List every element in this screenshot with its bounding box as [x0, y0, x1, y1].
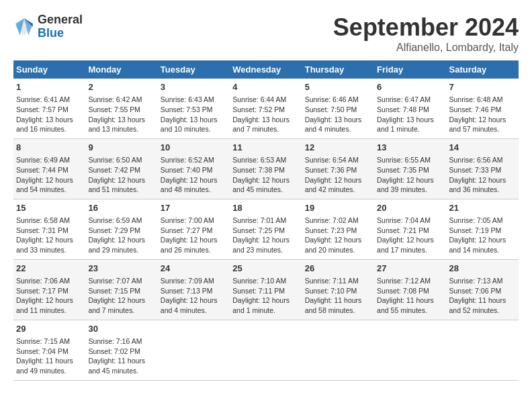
- day-number: 16: [88, 202, 154, 214]
- day-info: Sunrise: 6:56 AMSunset: 7:33 PMDaylight:…: [449, 155, 516, 195]
- calendar-cell: 18Sunrise: 7:01 AMSunset: 7:25 PMDayligh…: [230, 199, 302, 259]
- calendar-cell: 20Sunrise: 7:04 AMSunset: 7:21 PMDayligh…: [374, 199, 446, 259]
- location: Alfianello, Lombardy, Italy: [333, 42, 519, 54]
- calendar-cell: 6Sunrise: 6:47 AMSunset: 7:48 PMDaylight…: [374, 79, 446, 138]
- day-number: 14: [449, 142, 516, 154]
- week-row: 8Sunrise: 6:49 AMSunset: 7:44 PMDaylight…: [13, 138, 519, 199]
- day-info: Sunrise: 6:53 AMSunset: 7:38 PMDaylight:…: [232, 155, 299, 195]
- day-number: 26: [305, 263, 371, 275]
- calendar-cell: 11Sunrise: 6:53 AMSunset: 7:38 PMDayligh…: [230, 138, 302, 199]
- day-info: Sunrise: 7:02 AMSunset: 7:23 PMDaylight:…: [305, 216, 371, 255]
- day-info: Sunrise: 6:47 AMSunset: 7:48 PMDaylight:…: [377, 95, 443, 134]
- title-area: September 2024 Alfianello, Lombardy, Ita…: [333, 13, 519, 54]
- calendar-cell: 17Sunrise: 7:00 AMSunset: 7:27 PMDayligh…: [158, 199, 230, 259]
- calendar-cell: 9Sunrise: 6:50 AMSunset: 7:42 PMDaylight…: [85, 138, 157, 199]
- logo: General Blue: [13, 13, 83, 40]
- day-info: Sunrise: 7:05 AMSunset: 7:19 PMDaylight:…: [449, 216, 516, 255]
- day-info: Sunrise: 7:04 AMSunset: 7:21 PMDaylight:…: [377, 216, 443, 255]
- day-info: Sunrise: 7:09 AMSunset: 7:13 PMDaylight:…: [161, 276, 227, 316]
- calendar-cell: 22Sunrise: 7:06 AMSunset: 7:17 PMDayligh…: [13, 259, 85, 320]
- calendar-cell: [230, 320, 302, 380]
- calendar-cell: 10Sunrise: 6:52 AMSunset: 7:40 PMDayligh…: [158, 138, 230, 199]
- day-number: 7: [449, 81, 516, 93]
- day-number: 22: [16, 263, 83, 275]
- calendar-cell: [447, 320, 519, 380]
- calendar-cell: 16Sunrise: 6:59 AMSunset: 7:29 PMDayligh…: [85, 199, 157, 259]
- calendar-cell: 25Sunrise: 7:10 AMSunset: 7:11 PMDayligh…: [230, 259, 302, 320]
- day-number: 23: [88, 263, 154, 275]
- column-header-saturday: Saturday: [447, 60, 519, 79]
- logo-blue-text: Blue: [38, 27, 83, 40]
- day-info: Sunrise: 7:07 AMSunset: 7:15 PMDaylight:…: [88, 276, 154, 316]
- day-number: 1: [16, 81, 83, 93]
- column-header-wednesday: Wednesday: [230, 60, 302, 79]
- calendar-cell: 13Sunrise: 6:55 AMSunset: 7:35 PMDayligh…: [374, 138, 446, 199]
- day-number: 24: [161, 263, 227, 275]
- day-info: Sunrise: 7:10 AMSunset: 7:11 PMDaylight:…: [232, 276, 299, 316]
- day-number: 17: [161, 202, 227, 214]
- header-row: SundayMondayTuesdayWednesdayThursdayFrid…: [13, 60, 519, 79]
- calendar-cell: 19Sunrise: 7:02 AMSunset: 7:23 PMDayligh…: [302, 199, 374, 259]
- day-info: Sunrise: 7:15 AMSunset: 7:04 PMDaylight:…: [16, 336, 83, 376]
- calendar-cell: 14Sunrise: 6:56 AMSunset: 7:33 PMDayligh…: [447, 138, 519, 199]
- day-number: 20: [377, 202, 443, 214]
- column-header-sunday: Sunday: [13, 60, 85, 79]
- calendar-cell: 27Sunrise: 7:12 AMSunset: 7:08 PMDayligh…: [374, 259, 446, 320]
- calendar-cell: [158, 320, 230, 380]
- logo-icon: [13, 16, 35, 38]
- calendar-cell: 8Sunrise: 6:49 AMSunset: 7:44 PMDaylight…: [13, 138, 85, 199]
- calendar-cell: 23Sunrise: 7:07 AMSunset: 7:15 PMDayligh…: [85, 259, 157, 320]
- day-number: 30: [88, 323, 154, 335]
- calendar-cell: 4Sunrise: 6:44 AMSunset: 7:52 PMDaylight…: [230, 79, 302, 138]
- calendar-cell: 12Sunrise: 6:54 AMSunset: 7:36 PMDayligh…: [302, 138, 374, 199]
- calendar-cell: [302, 320, 374, 380]
- column-header-thursday: Thursday: [302, 60, 374, 79]
- calendar-cell: 28Sunrise: 7:13 AMSunset: 7:06 PMDayligh…: [447, 259, 519, 320]
- calendar-cell: 26Sunrise: 7:11 AMSunset: 7:10 PMDayligh…: [302, 259, 374, 320]
- day-number: 27: [377, 263, 443, 275]
- calendar-table: SundayMondayTuesdayWednesdayThursdayFrid…: [13, 60, 519, 381]
- day-info: Sunrise: 7:01 AMSunset: 7:25 PMDaylight:…: [232, 216, 299, 255]
- week-row: 22Sunrise: 7:06 AMSunset: 7:17 PMDayligh…: [13, 259, 519, 320]
- week-row: 1Sunrise: 6:41 AMSunset: 7:57 PMDaylight…: [13, 79, 519, 138]
- day-number: 28: [449, 263, 516, 275]
- day-number: 19: [305, 202, 371, 214]
- calendar-cell: 24Sunrise: 7:09 AMSunset: 7:13 PMDayligh…: [158, 259, 230, 320]
- calendar-cell: 29Sunrise: 7:15 AMSunset: 7:04 PMDayligh…: [13, 320, 85, 380]
- calendar-cell: 5Sunrise: 6:46 AMSunset: 7:50 PMDaylight…: [302, 79, 374, 138]
- day-number: 11: [232, 142, 299, 154]
- day-number: 3: [161, 81, 227, 93]
- day-number: 21: [449, 202, 516, 214]
- day-info: Sunrise: 6:41 AMSunset: 7:57 PMDaylight:…: [16, 95, 83, 134]
- day-info: Sunrise: 6:58 AMSunset: 7:31 PMDaylight:…: [16, 216, 83, 255]
- week-row: 15Sunrise: 6:58 AMSunset: 7:31 PMDayligh…: [13, 199, 519, 259]
- day-info: Sunrise: 6:44 AMSunset: 7:52 PMDaylight:…: [232, 95, 299, 134]
- calendar-cell: 2Sunrise: 6:42 AMSunset: 7:55 PMDaylight…: [85, 79, 157, 138]
- calendar-cell: 7Sunrise: 6:48 AMSunset: 7:46 PMDaylight…: [447, 79, 519, 138]
- day-info: Sunrise: 7:12 AMSunset: 7:08 PMDaylight:…: [377, 276, 443, 316]
- day-number: 10: [161, 142, 227, 154]
- day-info: Sunrise: 7:13 AMSunset: 7:06 PMDaylight:…: [449, 276, 516, 316]
- month-title: September 2024: [333, 13, 519, 42]
- calendar-cell: 21Sunrise: 7:05 AMSunset: 7:19 PMDayligh…: [447, 199, 519, 259]
- day-number: 5: [305, 81, 371, 93]
- day-info: Sunrise: 7:06 AMSunset: 7:17 PMDaylight:…: [16, 276, 83, 316]
- column-header-tuesday: Tuesday: [158, 60, 230, 79]
- day-info: Sunrise: 6:42 AMSunset: 7:55 PMDaylight:…: [88, 95, 154, 134]
- page-header: General Blue September 2024 Alfianello, …: [13, 13, 519, 54]
- logo-text: General Blue: [38, 13, 83, 40]
- day-number: 13: [377, 142, 443, 154]
- day-info: Sunrise: 6:59 AMSunset: 7:29 PMDaylight:…: [88, 216, 154, 255]
- calendar-cell: 15Sunrise: 6:58 AMSunset: 7:31 PMDayligh…: [13, 199, 85, 259]
- day-info: Sunrise: 6:48 AMSunset: 7:46 PMDaylight:…: [449, 95, 516, 134]
- calendar-cell: 30Sunrise: 7:16 AMSunset: 7:02 PMDayligh…: [85, 320, 157, 380]
- day-number: 25: [232, 263, 299, 275]
- day-info: Sunrise: 6:54 AMSunset: 7:36 PMDaylight:…: [305, 155, 371, 195]
- column-header-friday: Friday: [374, 60, 446, 79]
- day-info: Sunrise: 6:46 AMSunset: 7:50 PMDaylight:…: [305, 95, 371, 134]
- day-number: 29: [16, 323, 83, 335]
- day-number: 4: [232, 81, 299, 93]
- day-info: Sunrise: 6:43 AMSunset: 7:53 PMDaylight:…: [161, 95, 227, 134]
- day-number: 12: [305, 142, 371, 154]
- day-info: Sunrise: 7:00 AMSunset: 7:27 PMDaylight:…: [161, 216, 227, 255]
